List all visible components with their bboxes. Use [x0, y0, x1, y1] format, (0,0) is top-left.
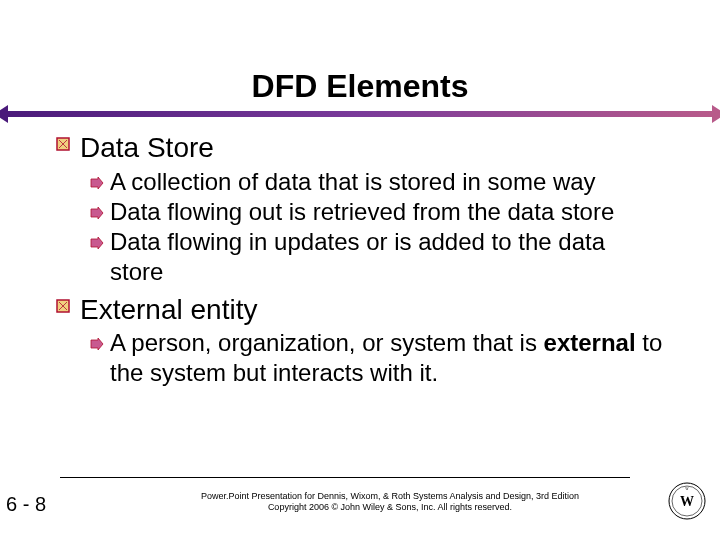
square-bullet-icon [56, 137, 76, 155]
level2-text: A collection of data that is stored in s… [110, 167, 596, 197]
slide-title: DFD Elements [0, 0, 720, 111]
level2-item: A person, organization, or system that i… [90, 328, 664, 388]
level1-item: Data Store [56, 131, 664, 165]
footer-divider [60, 477, 630, 478]
level2-text: A person, organization, or system that i… [110, 328, 664, 388]
svg-marker-5 [91, 338, 103, 350]
level2-text: Data flowing in updates or is added to t… [110, 227, 664, 287]
slide-body: Data Store A collection of data that is … [0, 131, 720, 388]
level2-item: Data flowing in updates or is added to t… [90, 227, 664, 287]
arrow-bullet-icon [90, 175, 108, 193]
page-number: 6 - 8 [6, 493, 46, 516]
level2-item: A collection of data that is stored in s… [90, 167, 664, 197]
level1-text: Data Store [80, 131, 214, 165]
svg-text:W: W [686, 487, 689, 491]
svg-marker-1 [91, 177, 103, 189]
square-bullet-icon [56, 299, 76, 317]
arrow-bullet-icon [90, 336, 108, 354]
svg-text:W: W [680, 494, 694, 509]
level1-text: External entity [80, 293, 257, 327]
svg-marker-3 [91, 237, 103, 249]
svg-marker-2 [91, 207, 103, 219]
wiley-logo-icon: W W [666, 480, 708, 522]
arrow-bullet-icon [90, 205, 108, 223]
title-arrow-divider [4, 111, 716, 117]
footer-line1: Power.Point Presentation for Dennis, Wix… [201, 491, 579, 501]
level1-item: External entity [56, 293, 664, 327]
arrow-bullet-icon [90, 235, 108, 253]
footer-text: Power.Point Presentation for Dennis, Wix… [160, 491, 620, 514]
level2-item: Data flowing out is retrieved from the d… [90, 197, 664, 227]
level2-text: Data flowing out is retrieved from the d… [110, 197, 614, 227]
footer-line2: Copyright 2006 © John Wiley & Sons, Inc.… [268, 502, 512, 512]
